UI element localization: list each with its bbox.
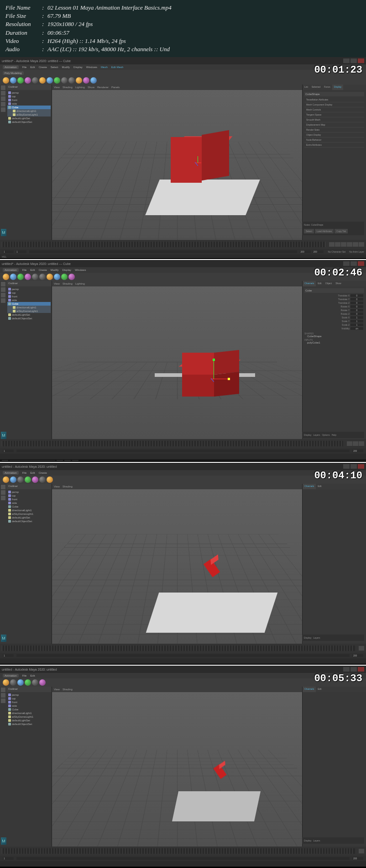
layer-tab[interactable]: Layers — [313, 636, 320, 639]
step-back-button[interactable] — [335, 242, 340, 247]
play-button[interactable] — [359, 849, 364, 853]
start-frame[interactable]: 1 — [3, 654, 14, 657]
channel-input[interactable]: 0 — [350, 312, 363, 315]
outliner-item-lightset[interactable]: defaultLightSet — [7, 116, 51, 120]
start-frame[interactable]: 1 — [3, 450, 14, 452]
timeline[interactable] — [0, 240, 366, 249]
outliner-item[interactable]: front — [7, 700, 51, 704]
shelf-icon[interactable] — [25, 274, 31, 280]
forward-button[interactable] — [359, 242, 364, 247]
outliner-item[interactable]: top — [7, 291, 51, 295]
shelf-icon[interactable] — [17, 77, 24, 84]
copy-button[interactable]: Copy Tab — [335, 229, 348, 233]
command-line[interactable] — [0, 454, 366, 459]
viewport-menu[interactable]: Shading — [63, 282, 73, 285]
shelf-icon[interactable] — [3, 77, 9, 84]
channel-tab[interactable]: Channels — [303, 281, 316, 286]
play-button[interactable] — [359, 646, 364, 651]
end-frame[interactable]: 200 — [352, 450, 363, 452]
load-button[interactable]: Load Attributes — [315, 229, 334, 233]
channel-tab[interactable]: Edit — [316, 687, 324, 692]
maximize-button[interactable] — [350, 58, 357, 63]
tool-icon[interactable] — [1, 693, 5, 698]
play-button[interactable] — [347, 242, 352, 247]
attr-section[interactable]: Displacement Map — [304, 122, 364, 127]
timeline[interactable] — [0, 439, 366, 448]
outliner-item-top[interactable]: top — [7, 95, 51, 98]
viewport-menu[interactable]: View — [54, 688, 60, 691]
viewport-menu-view[interactable]: View — [54, 86, 60, 89]
tool-icon[interactable] — [1, 485, 5, 489]
titlebar[interactable]: untitled* - Autodesk Maya 2020: untitled… — [0, 57, 366, 64]
minimize-button[interactable] — [343, 464, 350, 469]
menu-item[interactable]: Create — [39, 471, 47, 474]
viewport[interactable]: View Shading Lighting — [52, 281, 302, 439]
shelf-icon[interactable] — [32, 679, 38, 686]
outliner-item[interactable]: defaultLightSet — [7, 516, 51, 519]
select-button[interactable]: Select — [304, 229, 314, 233]
tool-icon[interactable] — [1, 496, 5, 500]
shelf-icon[interactable] — [10, 274, 16, 280]
shelf-icon[interactable] — [68, 274, 75, 280]
outliner-item[interactable]: directionalLight1 — [7, 711, 51, 715]
maximize-button[interactable] — [350, 464, 357, 469]
start-frame[interactable]: 1 — [3, 857, 14, 860]
outliner-item[interactable]: side — [7, 704, 51, 708]
tool-icon[interactable] — [1, 490, 5, 495]
shelf-icon[interactable] — [3, 274, 9, 280]
attr-section[interactable]: Node Behavior — [304, 138, 364, 143]
shelf-icon[interactable] — [90, 77, 97, 84]
timeline[interactable] — [0, 644, 366, 653]
shelf-icon[interactable] — [32, 77, 38, 84]
select-tool-icon[interactable] — [1, 85, 5, 90]
rewind-button[interactable] — [347, 441, 352, 446]
workspace-dropdown[interactable]: Animation — [3, 268, 19, 272]
menu-create[interactable]: Create — [39, 269, 47, 271]
menu-item[interactable]: Edit — [30, 674, 35, 677]
outliner-item[interactable]: defaultObjectSet — [7, 722, 51, 726]
attr-section[interactable]: Object Display — [304, 132, 364, 138]
scale-tool-icon[interactable] — [1, 107, 5, 112]
range-slider[interactable]: 1 200 — [0, 653, 366, 658]
channel-input[interactable]: on — [350, 327, 363, 330]
outliner-item-persp[interactable]: persp — [7, 91, 51, 95]
outliner-item[interactable]: aiSkyDomeLight1 — [7, 309, 51, 313]
gizmo-handle[interactable] — [213, 359, 215, 361]
menu-item[interactable]: File — [22, 471, 27, 474]
outliner-item[interactable]: defaultLightSet — [7, 313, 51, 317]
viewport-menu-renderer[interactable]: Renderer — [97, 86, 109, 89]
shelf-icon[interactable] — [61, 77, 68, 84]
viewport[interactable]: View Shading Lighting Show Renderer Pane… — [52, 85, 302, 240]
viewport-menu[interactable]: Lighting — [75, 282, 85, 285]
outliner-item-side[interactable]: side — [7, 102, 51, 106]
viewport-menu-lighting[interactable]: Lighting — [75, 86, 85, 89]
minimize-button[interactable] — [343, 667, 350, 672]
workspace-dropdown[interactable]: Animation — [3, 65, 19, 69]
end-frame-input[interactable]: 200 — [300, 250, 311, 253]
channel-tab[interactable]: Edit — [316, 484, 324, 489]
attr-section[interactable]: Tangent Space — [304, 112, 364, 117]
menu-edit[interactable]: Edit — [30, 66, 35, 69]
menu-item[interactable]: Edit — [30, 471, 35, 474]
outliner-item-cube[interactable]: Cube — [7, 302, 51, 306]
attr-section[interactable]: Mesh Component Display — [304, 102, 364, 107]
shelf-icon[interactable] — [25, 476, 31, 483]
attr-tab[interactable]: List — [303, 85, 310, 90]
outliner-item-front[interactable]: front — [7, 98, 51, 102]
play-button[interactable] — [353, 441, 358, 446]
task-icon[interactable] — [72, 460, 78, 461]
end-frame[interactable]: 200 — [352, 654, 363, 657]
viewport-menu[interactable]: View — [54, 282, 60, 285]
layer-tab[interactable]: Display — [304, 839, 311, 842]
range-slider[interactable]: 1 200 — [0, 856, 366, 861]
outliner-item[interactable]: directionalLight1 — [7, 508, 51, 512]
input-name[interactable]: polyCube1 — [304, 341, 364, 344]
command-line[interactable] — [0, 861, 366, 867]
outliner-item[interactable]: directionalLight1 — [7, 306, 51, 309]
play-back-button[interactable] — [341, 242, 346, 247]
channel-input[interactable]: 0 — [350, 298, 363, 301]
search-input[interactable]: Type here to search — [10, 460, 55, 461]
tool-icon[interactable] — [1, 688, 5, 692]
command-line[interactable]: MEL — [0, 254, 366, 258]
outliner-item[interactable]: persp — [7, 287, 51, 291]
